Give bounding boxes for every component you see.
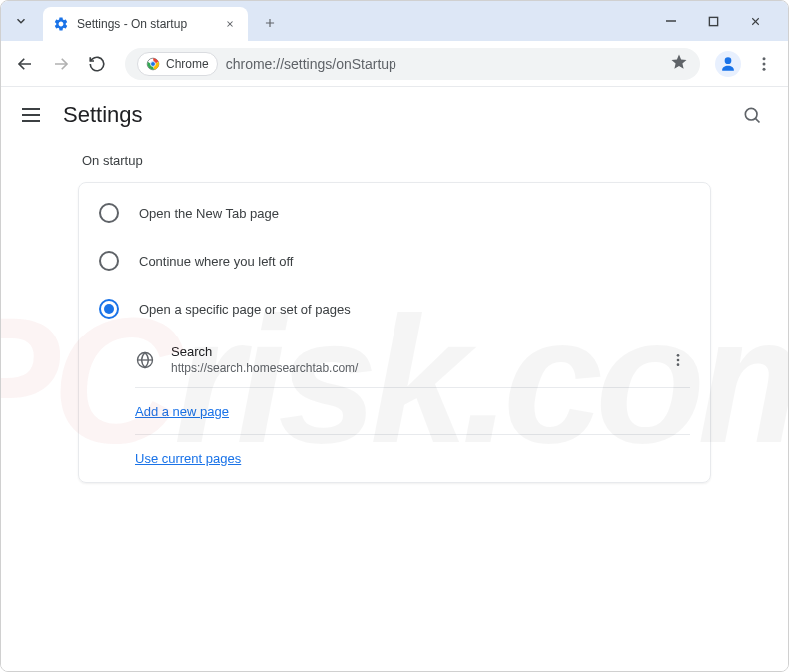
svg-point-20 <box>745 108 757 120</box>
page-url: https://search.homesearchtab.com/ <box>171 361 666 375</box>
tab-search-button[interactable] <box>9 9 33 33</box>
add-page-link[interactable]: Add a new page <box>135 404 229 419</box>
gear-icon <box>53 16 69 32</box>
section-heading: On startup <box>78 153 711 168</box>
minimize-button[interactable] <box>656 6 686 36</box>
page-title: Settings <box>63 102 143 128</box>
radio-icon <box>99 299 119 319</box>
address-bar[interactable]: Chrome chrome://settings/onStartup <box>125 48 700 80</box>
kebab-menu-button[interactable] <box>748 48 780 80</box>
startup-page-entry: Search https://search.homesearchtab.com/ <box>135 333 690 388</box>
svg-point-16 <box>763 67 766 70</box>
site-chip[interactable]: Chrome <box>137 52 218 76</box>
globe-icon <box>135 350 155 370</box>
svg-point-14 <box>763 57 766 60</box>
add-page-link-row: Add a new page <box>135 388 690 435</box>
back-button[interactable] <box>9 48 41 80</box>
radio-label: Open the New Tab page <box>139 206 279 221</box>
browser-tab[interactable]: Settings - On startup <box>43 7 248 41</box>
new-tab-button[interactable] <box>256 9 284 37</box>
svg-point-15 <box>763 62 766 65</box>
startup-card: Open the New Tab page Continue where you… <box>78 182 711 483</box>
close-icon[interactable] <box>222 16 238 32</box>
svg-point-25 <box>677 363 680 366</box>
tab-title: Settings - On startup <box>77 17 222 31</box>
svg-line-21 <box>755 118 759 122</box>
close-window-button[interactable] <box>740 6 770 36</box>
toolbar: Chrome chrome://settings/onStartup <box>1 41 788 87</box>
reload-button[interactable] <box>81 48 113 80</box>
search-icon[interactable] <box>734 97 770 133</box>
forward-button[interactable] <box>45 48 77 80</box>
settings-page: PCrisk.com Settings On startup Open the … <box>1 87 788 671</box>
avatar-icon <box>715 51 741 77</box>
svg-point-24 <box>677 358 680 361</box>
radio-icon <box>99 203 119 223</box>
radio-label: Continue where you left off <box>139 254 293 269</box>
svg-point-13 <box>725 57 732 64</box>
radio-specific-pages[interactable]: Open a specific page or set of pages <box>79 285 710 333</box>
svg-point-23 <box>677 354 680 357</box>
use-current-link-row: Use current pages <box>135 435 690 481</box>
radio-new-tab[interactable]: Open the New Tab page <box>79 189 710 237</box>
radio-continue[interactable]: Continue where you left off <box>79 237 710 285</box>
page-more-button[interactable] <box>666 348 690 372</box>
page-name: Search <box>171 344 666 359</box>
radio-icon <box>99 251 119 271</box>
bookmark-icon[interactable] <box>670 53 688 75</box>
maximize-button[interactable] <box>698 6 728 36</box>
url-text: chrome://settings/onStartup <box>226 56 662 72</box>
tab-strip: Settings - On startup <box>1 1 788 41</box>
chip-label: Chrome <box>166 57 209 71</box>
profile-button[interactable] <box>712 48 744 80</box>
menu-icon[interactable] <box>19 103 43 127</box>
svg-point-12 <box>151 61 156 66</box>
use-current-link[interactable]: Use current pages <box>135 451 241 466</box>
svg-rect-5 <box>709 17 717 25</box>
radio-label: Open a specific page or set of pages <box>139 302 351 317</box>
